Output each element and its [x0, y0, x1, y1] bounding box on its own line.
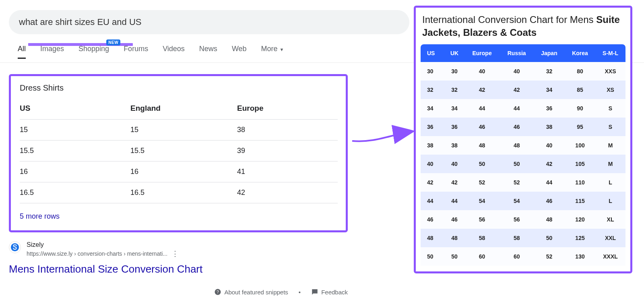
table-cell: M: [595, 136, 625, 155]
tab-forums[interactable]: Forums: [124, 45, 148, 56]
table-cell: 42: [444, 173, 464, 192]
result-more-icon[interactable]: ⋮: [171, 249, 179, 258]
feedback-icon: [311, 288, 318, 296]
feedback-link[interactable]: Feedback: [311, 288, 348, 296]
tab-more[interactable]: More▼: [261, 45, 284, 56]
table-cell: 15.5: [20, 141, 130, 161]
table-cell: 42: [464, 81, 500, 99]
chart-col-header: Europe: [464, 44, 500, 62]
about-snippets-link[interactable]: ? About featured snippets: [214, 288, 288, 296]
table-cell: 36: [421, 118, 444, 136]
search-tabs: All Images Shopping NEW Forums Videos Ne…: [9, 45, 409, 56]
table-cell: 56: [464, 210, 500, 229]
table-row: 5050606052130XXXL: [421, 247, 625, 266]
feedback-label: Feedback: [321, 289, 348, 296]
table-cell: 50: [421, 247, 444, 266]
chart-col-header: Japan: [534, 44, 565, 62]
table-row: 3838484840100M: [421, 136, 625, 155]
table-cell: 16.5: [20, 182, 130, 203]
table-cell: 48: [500, 136, 534, 155]
table-cell: 50: [534, 229, 565, 247]
table-cell: 44: [421, 192, 444, 210]
chart-title: International Conversion Chart for Mens …: [422, 13, 624, 39]
table-cell: 48: [464, 136, 500, 155]
table-cell: 105: [565, 155, 595, 173]
table-row: 323242423485XS: [421, 81, 625, 99]
chart-col-header: S-M-L: [595, 44, 625, 62]
table-cell: 42: [500, 81, 534, 99]
table-cell: 16: [20, 161, 130, 182]
table-cell: 38: [421, 136, 444, 155]
help-icon: ?: [214, 288, 221, 296]
tab-images[interactable]: Images: [40, 45, 64, 56]
conversion-chart-card: International Conversion Chart for Mens …: [414, 6, 632, 273]
table-cell: 40: [464, 62, 500, 81]
result-site-name: Sizely: [27, 241, 179, 248]
table-cell: 46: [464, 118, 500, 136]
table-cell: 30: [421, 62, 444, 81]
table-row: 15.515.539: [20, 141, 338, 161]
table-cell: 44: [464, 99, 500, 118]
table-cell: 34: [421, 99, 444, 118]
table-row: 363646463895S: [421, 118, 625, 136]
table-cell: 44: [500, 99, 534, 118]
result-favicon: [9, 241, 21, 253]
table-cell: 120: [565, 210, 595, 229]
table-cell: 85: [565, 81, 595, 99]
sizely-icon: [10, 243, 19, 252]
table-cell: 15.5: [130, 141, 237, 161]
table-cell: XL: [595, 210, 625, 229]
table-row: 4444545446115L: [421, 192, 625, 210]
table-cell: 115: [565, 192, 595, 210]
tab-more-label: More: [261, 45, 278, 53]
table-cell: 52: [500, 173, 534, 192]
tab-shopping-label: Shopping: [78, 45, 109, 53]
table-cell: 125: [565, 229, 595, 247]
tab-all[interactable]: All: [18, 45, 26, 56]
snippet-table: US England Europe 15153815.515.539161641…: [20, 104, 338, 203]
tab-news[interactable]: News: [199, 45, 217, 56]
table-cell: 15: [20, 120, 130, 141]
table-cell: 30: [444, 62, 464, 81]
result-breadcrumb: https://www.size.ly › conversion-charts …: [27, 250, 167, 257]
table-row: 4646565648120XL: [421, 210, 625, 229]
svg-point-0: [11, 243, 19, 251]
table-cell: 36: [444, 118, 464, 136]
table-cell: XS: [595, 81, 625, 99]
table-cell: 54: [464, 192, 500, 210]
table-cell: 56: [500, 210, 534, 229]
table-cell: 38: [444, 136, 464, 155]
svg-text:?: ?: [217, 290, 219, 294]
table-row: 161641: [20, 161, 338, 182]
table-cell: 40: [444, 155, 464, 173]
table-cell: XXL: [595, 229, 625, 247]
table-cell: 32: [421, 81, 444, 99]
search-bar[interactable]: what are shirt sizes EU and US: [9, 10, 409, 34]
tab-web[interactable]: Web: [232, 45, 247, 56]
table-cell: 44: [444, 192, 464, 210]
result-title-link[interactable]: Mens International Size Conversion Chart: [9, 263, 409, 275]
table-cell: 38: [534, 118, 565, 136]
chart-col-header: UK: [444, 44, 464, 62]
table-cell: 32: [534, 62, 565, 81]
table-cell: S: [595, 99, 625, 118]
table-cell: 46: [534, 192, 565, 210]
snippet-col-us: US: [20, 104, 130, 120]
tab-videos[interactable]: Videos: [163, 45, 185, 56]
table-cell: 50: [500, 155, 534, 173]
table-cell: 95: [565, 118, 595, 136]
search-query-text: what are shirt sizes EU and US: [19, 17, 141, 27]
more-rows-link[interactable]: 5 more rows: [20, 212, 60, 221]
table-cell: 40: [421, 155, 444, 173]
table-cell: S: [595, 118, 625, 136]
chart-col-header: US: [421, 44, 444, 62]
table-row: 151538: [20, 120, 338, 141]
table-cell: 130: [565, 247, 595, 266]
table-cell: 80: [565, 62, 595, 81]
table-cell: XXXL: [595, 247, 625, 266]
table-cell: 58: [500, 229, 534, 247]
table-cell: 50: [444, 247, 464, 266]
table-cell: 38: [237, 120, 338, 141]
snippet-col-europe: Europe: [237, 104, 338, 120]
tab-shopping[interactable]: Shopping NEW: [78, 45, 109, 56]
